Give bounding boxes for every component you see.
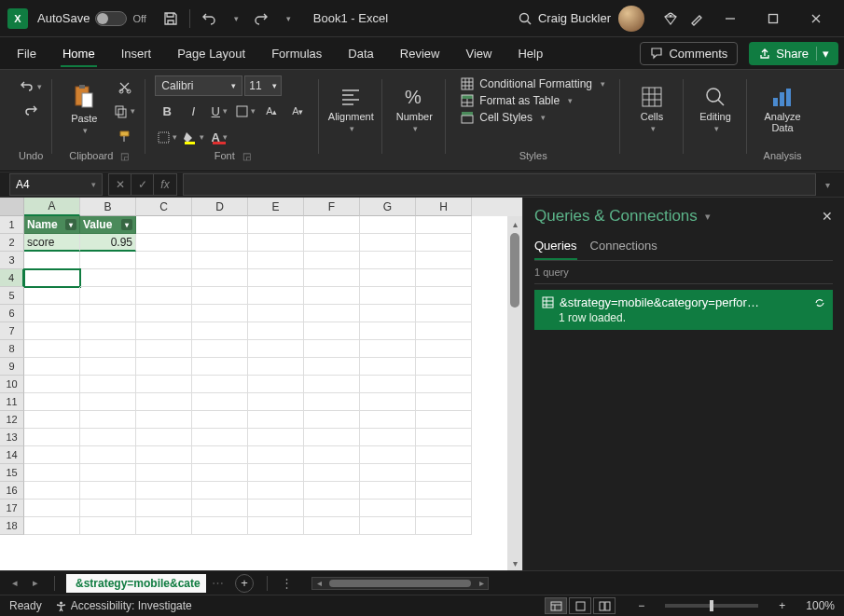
cell[interactable] [416, 482, 472, 500]
cell[interactable] [192, 500, 248, 517]
refresh-icon[interactable] [814, 297, 825, 308]
row-header[interactable]: 18 [0, 517, 24, 535]
zoom-slider[interactable] [665, 604, 758, 608]
cell[interactable] [248, 446, 304, 464]
cell[interactable] [360, 322, 416, 340]
vertical-scrollbar[interactable]: ▴ ▾ [507, 216, 522, 570]
cell[interactable] [80, 358, 136, 376]
autosave-toggle[interactable]: AutoSave Off [37, 11, 146, 26]
row-header[interactable]: 11 [0, 393, 24, 411]
font-color-button[interactable]: A [207, 126, 231, 148]
cell[interactable] [416, 411, 472, 429]
cell[interactable] [192, 269, 248, 287]
formula-bar[interactable] [183, 173, 816, 196]
cell[interactable] [192, 234, 248, 252]
decrease-font-button[interactable]: A▾ [285, 100, 310, 122]
menu-formulas[interactable]: Formulas [260, 41, 333, 66]
cell[interactable] [304, 500, 360, 517]
row-header[interactable]: 1 [0, 216, 24, 234]
cell[interactable] [416, 393, 472, 411]
cell[interactable] [248, 411, 304, 429]
cell[interactable] [80, 393, 136, 411]
cell[interactable] [80, 340, 136, 358]
cell[interactable] [416, 305, 472, 322]
cell[interactable] [80, 482, 136, 500]
cell[interactable] [24, 446, 80, 464]
border-button[interactable] [233, 100, 257, 122]
row-header[interactable]: 9 [0, 358, 24, 376]
cell[interactable] [304, 446, 360, 464]
cell[interactable] [192, 446, 248, 464]
column-header[interactable]: A [24, 198, 80, 216]
cell[interactable] [24, 252, 80, 269]
menu-review[interactable]: Review [389, 41, 451, 66]
cell[interactable] [416, 358, 472, 376]
cell[interactable] [136, 464, 192, 482]
cell[interactable] [360, 234, 416, 252]
row-header[interactable]: 17 [0, 500, 24, 517]
close-button[interactable] [796, 5, 837, 33]
cell[interactable] [192, 358, 248, 376]
undo-button[interactable] [19, 75, 43, 98]
cell[interactable] [304, 464, 360, 482]
cell[interactable] [136, 358, 192, 376]
cell-styles-button[interactable]: Cell Styles [461, 111, 605, 124]
cell[interactable] [360, 482, 416, 500]
tab-connections[interactable]: Connections [590, 235, 657, 260]
cell[interactable] [360, 305, 416, 322]
cell[interactable] [24, 482, 80, 500]
cell[interactable] [136, 287, 192, 305]
cell[interactable] [136, 411, 192, 429]
cell[interactable] [80, 305, 136, 322]
cell[interactable]: 0.95 [80, 234, 136, 252]
save-icon[interactable] [158, 6, 184, 32]
cell[interactable] [192, 340, 248, 358]
cell[interactable] [360, 216, 416, 234]
cell[interactable] [80, 411, 136, 429]
cell[interactable] [304, 252, 360, 269]
cell[interactable] [192, 464, 248, 482]
number-button[interactable]: % Number [392, 75, 436, 143]
query-item[interactable]: &strategy=mobile&category=perfor… 1 row … [534, 290, 833, 330]
cell[interactable] [80, 500, 136, 517]
conditional-formatting-button[interactable]: Conditional Formatting [461, 77, 605, 90]
row-header[interactable]: 5 [0, 287, 24, 305]
font-size-select[interactable]: 11▾ [244, 75, 282, 96]
cell[interactable] [136, 500, 192, 517]
cell[interactable] [192, 305, 248, 322]
mode-icon[interactable] [684, 6, 710, 32]
row-header[interactable]: 12 [0, 411, 24, 429]
cell[interactable] [416, 234, 472, 252]
page-layout-view-button[interactable] [569, 597, 591, 614]
chevron-down-icon[interactable]: ▾ [705, 211, 711, 223]
cell[interactable] [80, 429, 136, 446]
tab-next-button[interactable]: ▸ [28, 576, 43, 591]
cell[interactable] [304, 216, 360, 234]
cell[interactable] [248, 322, 304, 340]
cut-button[interactable] [112, 75, 136, 98]
cell[interactable] [416, 252, 472, 269]
user-account[interactable]: Craig Buckler [538, 6, 644, 32]
column-header[interactable]: G [360, 198, 416, 216]
cell[interactable] [192, 429, 248, 446]
cell[interactable] [360, 340, 416, 358]
cell[interactable] [416, 464, 472, 482]
cell[interactable] [192, 376, 248, 393]
cell[interactable] [24, 393, 80, 411]
cell[interactable]: Name [24, 216, 80, 234]
menu-data[interactable]: Data [337, 41, 384, 66]
cell[interactable]: score [24, 234, 80, 252]
cell[interactable] [192, 322, 248, 340]
cell[interactable] [192, 411, 248, 429]
cell[interactable] [248, 500, 304, 517]
column-header[interactable]: F [304, 198, 360, 216]
page-break-view-button[interactable] [593, 597, 616, 614]
row-header[interactable]: 14 [0, 446, 24, 464]
italic-button[interactable]: I [181, 100, 205, 122]
row-header[interactable]: 6 [0, 305, 24, 322]
cell[interactable] [136, 376, 192, 393]
row-header[interactable]: 2 [0, 234, 24, 252]
share-button[interactable]: Share ▾ [749, 42, 838, 65]
expand-formula-bar[interactable]: ▾ [825, 180, 838, 190]
cell[interactable] [304, 322, 360, 340]
